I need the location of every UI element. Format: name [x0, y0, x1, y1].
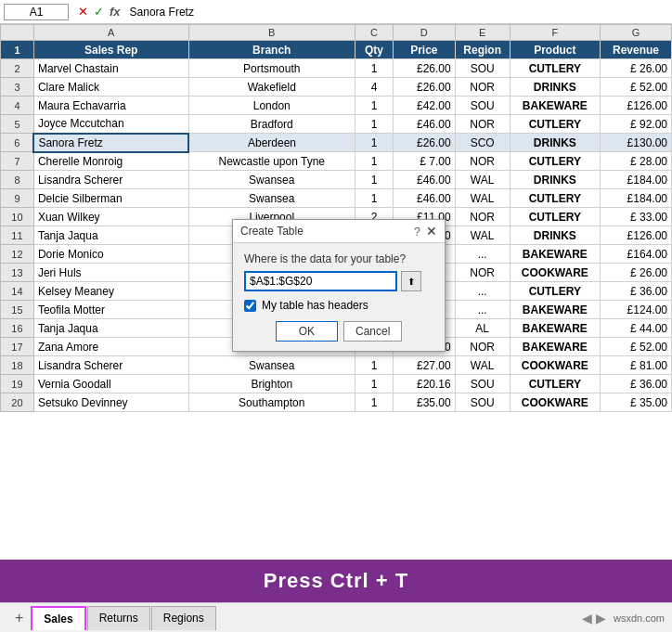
cell-g-11[interactable]: £126.00	[601, 226, 672, 245]
cell-c-18[interactable]: 1	[355, 356, 393, 375]
cell-a-4[interactable]: Maura Echavarria	[33, 97, 188, 115]
dialog-range-collapse-btn[interactable]: ⬆	[401, 271, 421, 291]
cell-e-5[interactable]: NOR	[455, 115, 510, 134]
cell-a-6[interactable]: Sanora Fretz	[33, 134, 188, 152]
cell-g-3[interactable]: £ 52.00	[601, 78, 672, 97]
cell-g-6[interactable]: £130.00	[601, 134, 672, 152]
cell-g-10[interactable]: £ 33.00	[601, 208, 672, 226]
cell-g-15[interactable]: £124.00	[601, 301, 672, 319]
name-box[interactable]: A1	[4, 4, 69, 20]
cell-g-20[interactable]: £ 35.00	[601, 393, 672, 412]
cell-e-14[interactable]: ...	[455, 282, 510, 301]
cell-e-10[interactable]: NOR	[455, 208, 510, 226]
cell-a-8[interactable]: Lisandra Scherer	[33, 171, 188, 189]
cell-g-4[interactable]: £126.00	[601, 97, 672, 115]
cell-f-2[interactable]: CUTLERY	[510, 59, 600, 78]
cell-g-7[interactable]: £ 28.00	[601, 152, 672, 171]
cell-f-14[interactable]: CUTLERY	[510, 282, 600, 301]
cell-e-12[interactable]: ...	[455, 245, 510, 264]
cell-d-18[interactable]: £27.00	[394, 356, 456, 375]
col-header-f[interactable]: F	[510, 25, 600, 41]
cell-a-15[interactable]: Teofila Motter	[33, 301, 188, 319]
cell-a-10[interactable]: Xuan Wilkey	[33, 208, 188, 226]
row-num-16[interactable]: 16	[1, 319, 34, 338]
add-sheet-button[interactable]: +	[7, 606, 31, 630]
cell-c-19[interactable]: 1	[355, 375, 393, 393]
confirm-icon[interactable]: ✓	[94, 5, 104, 19]
cell-c-20[interactable]: 1	[355, 393, 393, 412]
cell-f-19[interactable]: CUTLERY	[510, 375, 600, 393]
cell-d-8[interactable]: £46.00	[394, 171, 456, 189]
cell-c-5[interactable]: 1	[355, 115, 393, 134]
cell-d-5[interactable]: £46.00	[394, 115, 456, 134]
col-header-c[interactable]: C	[355, 25, 393, 41]
cell-g-18[interactable]: £ 81.00	[601, 356, 672, 375]
cell-f-20[interactable]: COOKWARE	[510, 393, 600, 412]
cell-f-17[interactable]: BAKEWARE	[510, 338, 600, 356]
header-region[interactable]: Region	[455, 41, 510, 59]
row-num-18[interactable]: 18	[1, 356, 34, 375]
cancel-icon[interactable]: ✕	[78, 5, 88, 19]
cell-e-16[interactable]: AL	[455, 319, 510, 338]
cell-c-8[interactable]: 1	[355, 171, 393, 189]
row-num-13[interactable]: 13	[1, 264, 34, 282]
cell-c-9[interactable]: 1	[355, 189, 393, 208]
cell-f-18[interactable]: COOKWARE	[510, 356, 600, 375]
headers-checkbox[interactable]	[244, 300, 256, 312]
row-num-3[interactable]: 3	[1, 78, 34, 97]
cell-d-20[interactable]: £35.00	[394, 393, 456, 412]
cell-a-13[interactable]: Jeri Huls	[33, 264, 188, 282]
cell-g-2[interactable]: £ 26.00	[601, 59, 672, 78]
cell-a-14[interactable]: Kelsey Meaney	[33, 282, 188, 301]
dialog-ok-button[interactable]: OK	[276, 321, 338, 342]
cell-b-20[interactable]: Southampton	[188, 393, 355, 412]
header-product[interactable]: Product	[510, 41, 600, 59]
row-num-12[interactable]: 12	[1, 245, 34, 264]
cell-f-6[interactable]: DRINKS	[510, 134, 600, 152]
row-num-15[interactable]: 15	[1, 301, 34, 319]
cell-f-10[interactable]: CUTLERY	[510, 208, 600, 226]
cell-c-4[interactable]: 1	[355, 97, 393, 115]
cell-f-3[interactable]: DRINKS	[510, 78, 600, 97]
cell-f-15[interactable]: BAKEWARE	[510, 301, 600, 319]
row-num-7[interactable]: 7	[1, 152, 34, 171]
cell-f-16[interactable]: BAKEWARE	[510, 319, 600, 338]
header-price[interactable]: Price	[394, 41, 456, 59]
cell-a-19[interactable]: Vernia Goodall	[33, 375, 188, 393]
header-revenue[interactable]: Revenue	[601, 41, 672, 59]
cell-e-8[interactable]: WAL	[455, 171, 510, 189]
cell-a-18[interactable]: Lisandra Scherer	[33, 356, 188, 375]
col-header-b[interactable]: B	[188, 25, 355, 41]
cell-e-6[interactable]: SCO	[455, 134, 510, 152]
cell-d-7[interactable]: £ 7.00	[394, 152, 456, 171]
header-sales-rep[interactable]: Sales Rep	[33, 41, 188, 59]
cell-b-2[interactable]: Portsmouth	[188, 59, 355, 78]
formula-input[interactable]	[126, 5, 668, 19]
cell-b-4[interactable]: London	[188, 97, 355, 115]
dialog-cancel-button[interactable]: Cancel	[343, 321, 402, 342]
cell-a-2[interactable]: Marvel Chastain	[33, 59, 188, 78]
cell-f-9[interactable]: CUTLERY	[510, 189, 600, 208]
cell-a-11[interactable]: Tanja Jaqua	[33, 226, 188, 245]
cell-e-7[interactable]: NOR	[455, 152, 510, 171]
cell-b-9[interactable]: Swansea	[188, 189, 355, 208]
cell-b-5[interactable]: Bradford	[188, 115, 355, 134]
cell-g-9[interactable]: £184.00	[601, 189, 672, 208]
cell-a-12[interactable]: Dorie Monico	[33, 245, 188, 264]
cell-c-3[interactable]: 4	[355, 78, 393, 97]
cell-d-9[interactable]: £46.00	[394, 189, 456, 208]
col-header-d[interactable]: D	[394, 25, 456, 41]
row-num-17[interactable]: 17	[1, 338, 34, 356]
cell-a-17[interactable]: Zana Amore	[33, 338, 188, 356]
cell-b-7[interactable]: Newcastle upon Tyne	[188, 152, 355, 171]
cell-g-14[interactable]: £ 36.00	[601, 282, 672, 301]
cell-e-20[interactable]: SOU	[455, 393, 510, 412]
header-qty[interactable]: Qty	[355, 41, 393, 59]
col-header-a[interactable]: A	[33, 25, 188, 41]
row-num-5[interactable]: 5	[1, 115, 34, 134]
cell-b-6[interactable]: Aberdeen	[188, 134, 355, 152]
cell-e-18[interactable]: WAL	[455, 356, 510, 375]
cell-g-8[interactable]: £184.00	[601, 171, 672, 189]
cell-g-5[interactable]: £ 92.00	[601, 115, 672, 134]
cell-b-3[interactable]: Wakefield	[188, 78, 355, 97]
